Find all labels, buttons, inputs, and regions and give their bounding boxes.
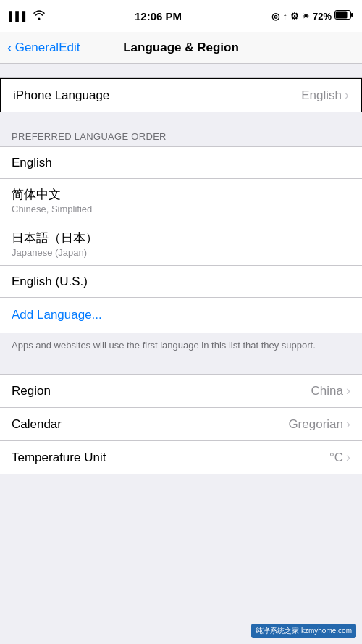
region-label: Region [12, 384, 51, 398]
nav-bar: ‹ General Language & Region Edit [0, 32, 362, 64]
svg-rect-2 [351, 13, 353, 17]
calendar-chevron-icon: › [346, 417, 350, 432]
region-chevron-icon: › [346, 383, 350, 398]
arrow-icon: ↑ [282, 11, 287, 22]
iphone-language-label: iPhone Language [13, 88, 109, 103]
language-secondary-chinese: Chinese, Simplified [12, 204, 350, 214]
battery-icon [334, 10, 353, 22]
back-chevron-icon: ‹ [7, 40, 12, 54]
status-bar: ▌▌▌ 12:06 PM ◎ ↑ ⚙ ✴ 72% [0, 0, 362, 32]
section-gap-3 [0, 361, 362, 374]
calendar-row[interactable]: Calendar Gregorian › [0, 408, 362, 441]
preferred-language-header: PREFERRED LANGUAGE ORDER [0, 125, 362, 146]
language-primary-english-us: English (U.S.) [12, 275, 350, 289]
battery-text: 72% [313, 11, 332, 22]
iphone-language-row[interactable]: iPhone Language English › [0, 78, 362, 112]
location-icon: ◎ [272, 11, 279, 22]
status-time: 12:06 PM [135, 10, 182, 22]
carrier-icon: ▌▌▌ [9, 11, 29, 22]
iphone-language-group: iPhone Language English › [0, 77, 362, 112]
back-label: General [15, 41, 59, 55]
region-row[interactable]: Region China › [0, 375, 362, 408]
temperature-unit-value: °C [329, 451, 343, 465]
add-language-label: Add Language... [12, 308, 102, 322]
language-row-english[interactable]: English [0, 147, 362, 179]
watermark: 纯净系统之家 kzmyhome.com [251, 624, 356, 638]
region-value: China [311, 384, 343, 398]
page-title: Language & Region [123, 41, 239, 55]
calendar-value: Gregorian [288, 417, 343, 432]
language-primary-japanese: 日本語（日本） [12, 230, 350, 246]
language-secondary-japanese: Japanese (Japan) [12, 247, 350, 258]
language-row-japanese[interactable]: 日本語（日本） Japanese (Japan) [0, 222, 362, 266]
temperature-unit-row[interactable]: Temperature Unit °C › [0, 441, 362, 474]
temperature-unit-label: Temperature Unit [12, 451, 106, 465]
settings-group: Region China › Calendar Gregorian › Temp… [0, 374, 362, 474]
wifi-icon [33, 10, 45, 22]
iphone-language-value: English [301, 88, 342, 103]
preferred-language-footer: Apps and websites will use the first lan… [0, 333, 362, 361]
language-primary-chinese: 简体中文 [12, 186, 350, 203]
temperature-unit-chevron-icon: › [346, 450, 350, 465]
calendar-label: Calendar [12, 417, 62, 432]
add-language-row[interactable]: Add Language... [0, 298, 362, 333]
calendar-value-wrapper: Gregorian › [288, 417, 350, 432]
section-gap-top [0, 64, 362, 77]
back-button[interactable]: ‹ General [7, 41, 59, 55]
svg-rect-1 [336, 12, 348, 19]
settings-icon: ⚙ [290, 11, 299, 22]
language-list-group: English 简体中文 Chinese, Simplified 日本語（日本）… [0, 146, 362, 333]
edit-button[interactable]: Edit [59, 41, 80, 55]
language-row-chinese[interactable]: 简体中文 Chinese, Simplified [0, 179, 362, 222]
temperature-unit-value-wrapper: °C › [329, 450, 350, 465]
region-value-wrapper: China › [311, 383, 350, 398]
iphone-language-chevron-icon: › [345, 88, 349, 103]
iphone-language-value-wrapper: English › [301, 88, 349, 103]
status-left: ▌▌▌ [9, 10, 45, 22]
language-row-english-us[interactable]: English (U.S.) [0, 266, 362, 298]
bluetooth-icon: ✴ [302, 11, 310, 22]
language-primary-english: English [12, 156, 350, 170]
section-gap-2 [0, 112, 362, 125]
status-right: ◎ ↑ ⚙ ✴ 72% [272, 10, 353, 22]
